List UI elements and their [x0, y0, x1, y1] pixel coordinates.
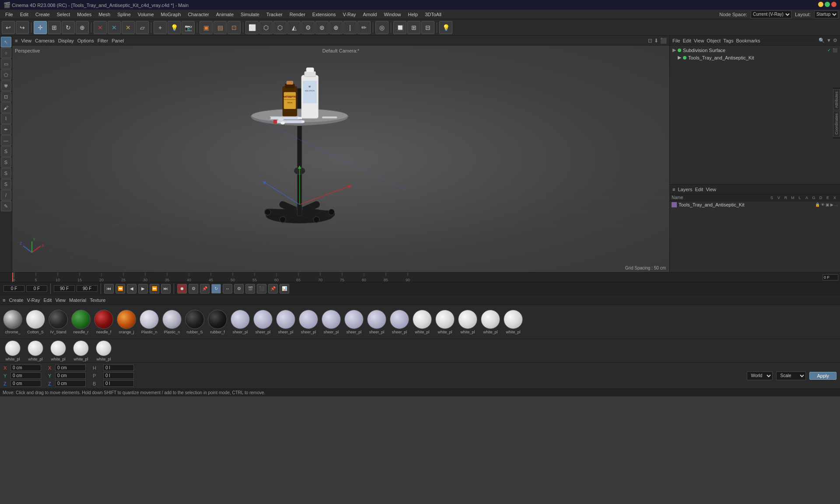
motion-clip[interactable]: 🎬 [245, 284, 255, 294]
mat-white-r2-1[interactable]: white_pl [3, 340, 23, 361]
sculpt-smooth[interactable]: S [1, 168, 11, 178]
mat-view-menu[interactable]: View [55, 298, 66, 303]
cube-btn[interactable]: ⬜ [245, 21, 259, 34]
tree-item-tools-tray[interactable]: ▶ Tools_Tray_and_Antiseptic_Kit [671, 54, 839, 61]
timeline-ruler[interactable]: 0 5 10 15 20 25 30 35 40 45 50 55 60 [2, 273, 819, 282]
vp-display-menu[interactable]: Display [58, 38, 74, 43]
menu-select[interactable]: Select [53, 11, 74, 18]
edge-mode[interactable]: ✕ [122, 21, 135, 34]
key-rot-btn[interactable]: ↻ [211, 284, 221, 294]
layers-menu-view[interactable]: View [706, 187, 716, 192]
edge-tab-attributes[interactable]: Attributes [833, 89, 840, 110]
render-region[interactable]: ▣ [200, 21, 213, 34]
mat-sheer-4[interactable]: sheer_pl [298, 310, 318, 334]
menu-window[interactable]: Window [380, 11, 404, 18]
sculpt-grab[interactable]: S [1, 157, 11, 168]
universal-tool[interactable]: ⊕ [76, 21, 89, 34]
om-filter-icon[interactable]: ▼ [826, 38, 831, 43]
hair-btn[interactable]: | [343, 21, 357, 34]
layer-more-icon[interactable]: … [834, 203, 838, 207]
key-pos-btn[interactable]: 📌 [200, 284, 210, 294]
scale-select[interactable]: Scale Position Rotation [776, 371, 806, 380]
deform-btn[interactable]: ⊛ [315, 21, 329, 34]
jump-end-btn[interactable]: ⏭ [161, 284, 171, 294]
menu-edit[interactable]: Edit [17, 11, 32, 18]
frame-end-b-field[interactable] [77, 285, 98, 292]
frame-current-field[interactable] [26, 285, 47, 292]
mat-white-r2-2[interactable]: white_pl [25, 340, 46, 361]
undo-button[interactable]: ↩ [2, 21, 15, 34]
mat-edit-menu[interactable]: Edit [43, 298, 52, 303]
mat-menu-icon[interactable]: ≡ [3, 298, 5, 303]
menu-spline[interactable]: Spline [114, 11, 134, 18]
free-select[interactable]: ✾ [1, 80, 11, 91]
mat-plastic-1[interactable]: Plastic_n [139, 310, 159, 334]
mat-white-5[interactable]: white_pl [503, 310, 523, 334]
viewport[interactable]: ANTISEPTIC 500ml IV SOLUTION [12, 46, 669, 272]
mat-texture-menu[interactable]: Texture [90, 298, 105, 303]
menu-animate[interactable]: Animate [213, 11, 237, 18]
menu-render[interactable]: Render [286, 11, 309, 18]
all-keys[interactable]: ⬛ [257, 284, 266, 294]
key-scale-btn[interactable]: ↔ [223, 284, 232, 294]
layer-lock-icon[interactable]: 🔒 [815, 203, 820, 207]
sphere-btn[interactable]: ⬡ [259, 21, 273, 34]
character-btn[interactable]: ⊕ [329, 21, 343, 34]
next-key-btn[interactable]: ⏩ [150, 284, 159, 294]
om-object-menu[interactable]: Object [707, 38, 721, 43]
world-select[interactable]: World Object [747, 371, 773, 380]
poly-select[interactable]: ⬠ [1, 70, 11, 80]
om-bookmarks-menu[interactable]: Bookmarks [736, 38, 760, 43]
timeline-btn[interactable]: 📊 [280, 284, 289, 294]
vp-filter-menu[interactable]: Filter [98, 38, 108, 43]
y-pos-field[interactable] [10, 372, 41, 379]
record-btn[interactable]: ⏺ [177, 284, 187, 294]
layer-render-icon[interactable]: ▣ [826, 203, 830, 207]
vp-camera-icon[interactable]: ⬇ [654, 38, 658, 44]
loop-select[interactable]: ⊡ [1, 91, 11, 102]
mat-needle-1[interactable]: needle_r [71, 310, 91, 334]
frame-end-a-field[interactable] [54, 285, 75, 292]
mat-vray-menu[interactable]: V-Ray [27, 298, 40, 303]
mat-white-4[interactable]: white_pl [480, 310, 500, 334]
cylinder-btn[interactable]: ⬡ [273, 21, 287, 34]
vp-options-menu[interactable]: Options [77, 38, 94, 43]
mat-white-r2-5[interactable]: white_pl [94, 340, 114, 361]
om-settings-icon[interactable]: ⚙ [833, 38, 837, 43]
mat-rubber-2[interactable]: rubber_f [207, 310, 228, 334]
minimize-button[interactable] [818, 2, 823, 7]
z-pos-field[interactable] [10, 380, 41, 387]
scale-tool[interactable]: ⊞ [48, 21, 61, 34]
mat-white-3[interactable]: white_pl [458, 310, 478, 334]
move-tool[interactable]: ✛ [34, 21, 47, 34]
menu-mesh[interactable]: Mesh [95, 11, 114, 18]
render-to-po[interactable]: ⊡ [228, 21, 241, 34]
play-reverse-btn[interactable]: ◀ [127, 284, 136, 294]
node-space-select[interactable]: Current (V-Ray) [751, 10, 791, 18]
sculpt-inflate[interactable]: S [1, 179, 11, 189]
mat-chrome[interactable]: chrome_ [3, 310, 23, 334]
workplane-btn[interactable]: ⊟ [421, 21, 434, 34]
tools-btn[interactable]: ⚙ [301, 21, 315, 34]
mat-white-1[interactable]: white_pl [412, 310, 432, 334]
paint-select[interactable]: 🖌 [1, 102, 11, 113]
vp-panel-menu[interactable]: Panel [112, 38, 124, 43]
cone-btn[interactable]: ◭ [287, 21, 301, 34]
add-camera[interactable]: 📷 [182, 21, 195, 34]
prev-key-btn[interactable]: ⏪ [116, 284, 125, 294]
rotate-tool[interactable]: ↻ [62, 21, 75, 34]
mat-white-r2-4[interactable]: white_pl [71, 340, 91, 361]
menu-help[interactable]: Help [405, 11, 422, 18]
om-edit-menu[interactable]: Edit [683, 38, 691, 43]
mat-sheer-1[interactable]: sheer_pl [230, 310, 250, 334]
layer-anim-icon[interactable]: ▶ [830, 203, 833, 207]
mat-rubber-1[interactable]: rubber_S [185, 310, 205, 334]
x-pos-field[interactable] [10, 364, 41, 371]
record-pos[interactable]: 📌 [268, 284, 278, 294]
mat-sheer-3[interactable]: sheer_pl [276, 310, 296, 334]
mat-needle-2[interactable]: needle_f [94, 310, 114, 334]
auto-key-btn[interactable]: ⚙ [189, 284, 198, 294]
menu-character[interactable]: Character [184, 11, 212, 18]
live-select[interactable]: ○ [1, 48, 11, 58]
h-scale-field[interactable] [103, 364, 134, 371]
